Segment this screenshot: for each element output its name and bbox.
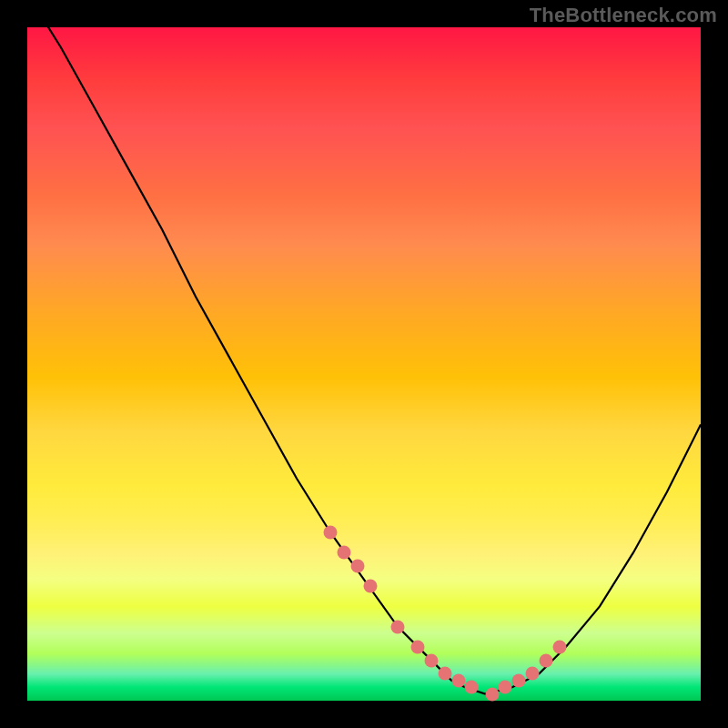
- marker-dot: [391, 620, 405, 633]
- marker-dot: [337, 546, 350, 560]
- watermark-text: TheBottleneck.com: [530, 4, 717, 27]
- marker-dot: [512, 673, 526, 687]
- marker-dot: [539, 653, 552, 667]
- marker-dot: [499, 681, 512, 694]
- marker-dot: [364, 580, 378, 593]
- marker-layer: [27, 27, 701, 701]
- marker-dot: [411, 640, 425, 653]
- marker-dot: [350, 560, 364, 573]
- marker-dot: [465, 681, 479, 694]
- marker-dot: [485, 687, 499, 701]
- marker-dot: [425, 653, 439, 667]
- marker-dot: [438, 667, 451, 681]
- marker-dot: [526, 667, 540, 681]
- chart-plot-area: [27, 27, 701, 701]
- marker-dot: [552, 640, 566, 653]
- marker-dot: [324, 526, 338, 540]
- marker-dot: [451, 673, 465, 687]
